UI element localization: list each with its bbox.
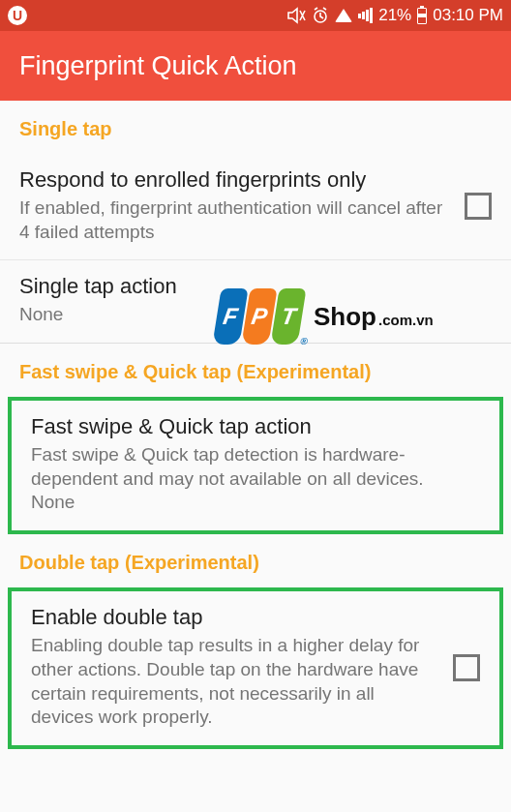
setting-value: None: [19, 303, 478, 327]
setting-respond-enrolled[interactable]: Respond to enrolled fingerprints only If…: [0, 154, 511, 260]
setting-single-tap-action[interactable]: Single tap action None: [0, 260, 511, 343]
status-bar: U 21% 03:10 PM: [0, 0, 511, 31]
setting-enable-double-tap[interactable]: Enable double tap Enabling double tap re…: [12, 591, 499, 745]
setting-title: Respond to enrolled fingerprints only: [19, 167, 451, 193]
section-header-single-tap: Single tap: [0, 101, 511, 154]
notification-u-icon: U: [8, 6, 27, 25]
battery-icon: [417, 8, 427, 24]
mute-icon: [286, 7, 306, 24]
status-left: U: [8, 6, 27, 25]
setting-desc: Fast swipe & Quick tap detection is hard…: [31, 443, 466, 491]
checkbox-enable-double-tap[interactable]: [453, 654, 480, 681]
status-right: 21% 03:10 PM: [286, 6, 503, 25]
section-header-fast-swipe: Fast swipe & Quick tap (Experimental): [0, 344, 511, 397]
setting-title: Enable double tap: [31, 605, 439, 630]
setting-title: Single tap action: [19, 274, 478, 299]
wifi-icon: [335, 9, 352, 22]
page-title: Fingerprint Quick Action: [19, 51, 297, 81]
highlight-fast-swipe: Fast swipe & Quick tap action Fast swipe…: [8, 397, 503, 534]
setting-desc: If enabled, fingerprint authentication w…: [19, 196, 451, 244]
setting-value: None: [31, 491, 466, 515]
clock: 03:10 PM: [433, 6, 503, 25]
checkbox-respond-enrolled[interactable]: [465, 193, 492, 220]
setting-title: Fast swipe & Quick tap action: [31, 414, 466, 439]
setting-fast-swipe-action[interactable]: Fast swipe & Quick tap action Fast swipe…: [12, 401, 499, 530]
highlight-double-tap: Enable double tap Enabling double tap re…: [8, 587, 503, 749]
signal-icon: [358, 8, 373, 23]
alarm-icon: [312, 7, 329, 24]
battery-pct: 21%: [378, 6, 411, 25]
app-bar: Fingerprint Quick Action: [0, 31, 511, 101]
setting-desc: Enabling double tap results in a higher …: [31, 634, 439, 730]
section-header-double-tap: Double tap (Experimental): [0, 534, 511, 587]
